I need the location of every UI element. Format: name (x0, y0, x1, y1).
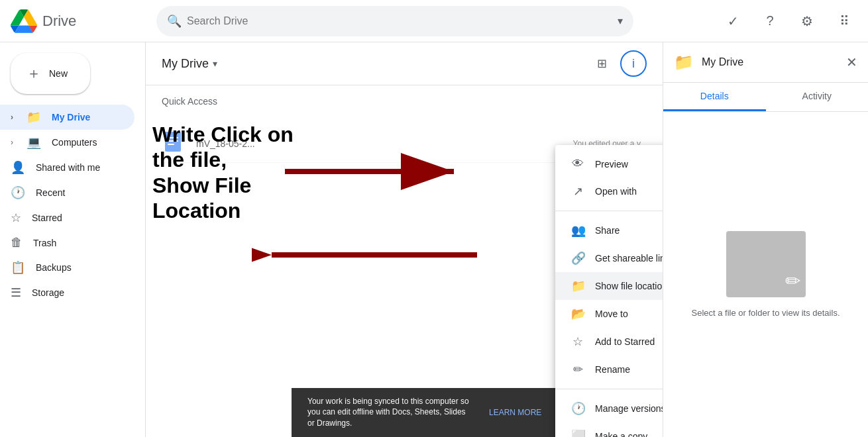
main-content: My Drive ▾ ⊞ i Quick Access Write Click … (146, 42, 663, 437)
computers-icon: 💻 (27, 135, 41, 150)
new-button-label: New (49, 68, 68, 79)
svg-rect-5 (168, 144, 174, 145)
my-drive-breadcrumb[interactable]: My Drive ▾ (162, 57, 217, 71)
quick-access-label: Quick Access (146, 85, 663, 112)
chevron-icon: › (11, 113, 13, 122)
recent-icon: 🕐 (11, 185, 25, 200)
search-icon: 🔍 (167, 14, 182, 28)
rename-icon: ✏ (571, 362, 584, 377)
main-header-right: ⊞ i (588, 50, 647, 77)
menu-item-get-shareable-link[interactable]: 🔗 Get shareable link (555, 244, 663, 272)
preview-icon: 👁 (571, 157, 584, 171)
panel-close-button[interactable]: ✕ (846, 54, 857, 70)
menu-label-manage-versions: Manage versions (595, 403, 663, 414)
topbar-right: ✓ ? ⚙ ⠿ (720, 8, 857, 34)
sidebar-item-backups[interactable]: 📋 Backups (0, 255, 135, 280)
my-drive-icon: 📁 (27, 110, 41, 124)
grid-view-button[interactable]: ⊞ (588, 50, 615, 77)
menu-item-manage-versions[interactable]: 🕐 Manage versions (555, 395, 663, 422)
sidebar-item-label: Storage (32, 287, 64, 298)
menu-item-show-file-location[interactable]: 📁 Show file location (555, 272, 663, 300)
sidebar-item-label: Starred (32, 213, 62, 223)
menu-item-make-copy[interactable]: ⬜ Make a copy (555, 422, 663, 437)
search-dropdown-icon[interactable]: ▾ (618, 15, 623, 27)
menu-separator-2 (555, 389, 663, 389)
file-name: mV_18-05-2... (196, 138, 573, 149)
sidebar-item-label: Trash (33, 238, 56, 248)
breadcrumb-chevron-icon: ▾ (213, 58, 217, 69)
menu-label-get-shareable-link: Get shareable link (595, 253, 663, 264)
sidebar-item-my-drive[interactable]: › 📁 My Drive (0, 105, 135, 130)
menu-label-add-to-starred: Add to Starred (595, 336, 655, 347)
right-panel: 📁 My Drive ✕ Details Activity ✏ Select a… (663, 42, 868, 437)
menu-label-rename: Rename (595, 364, 630, 375)
svg-rect-4 (168, 140, 178, 142)
menu-label-open-with: Open with (595, 186, 637, 197)
apps-button[interactable]: ⠿ (831, 8, 857, 34)
backups-icon: 📋 (11, 260, 25, 275)
sidebar-item-label: Backups (36, 262, 72, 273)
file-icon (162, 130, 188, 157)
shared-icon: 👤 (11, 160, 25, 175)
sidebar-item-computers[interactable]: › 💻 Computers (0, 130, 135, 155)
menu-item-add-to-starred[interactable]: ☆ Add to Starred (555, 328, 663, 356)
open-with-icon: ↗ (571, 184, 584, 199)
menu-label-show-file-location: Show file location (595, 281, 663, 291)
pencil-icon: ✏ (785, 270, 800, 292)
copy-icon: ⬜ (571, 429, 584, 437)
panel-folder-icon: 📁 (674, 53, 694, 72)
logo-area: Drive (11, 8, 156, 34)
sidebar-item-label: Computers (52, 137, 97, 148)
help-button[interactable]: ? (757, 8, 783, 34)
search-bar[interactable]: 🔍 ▾ (156, 6, 633, 36)
tab-activity[interactable]: Activity (766, 83, 869, 111)
panel-folder-preview: ✏ (726, 231, 806, 297)
learn-more-link[interactable]: LEARN MORE (489, 408, 541, 417)
topbar: Drive 🔍 ▾ ✓ ? ⚙ ⠿ (0, 0, 868, 42)
trash-icon: 🗑 (11, 236, 23, 250)
sidebar-item-starred[interactable]: ☆ Starred (0, 205, 135, 230)
sidebar-item-label: My Drive (52, 112, 90, 122)
sidebar-item-label: Recent (36, 187, 65, 198)
check-circle-button[interactable]: ✓ (720, 8, 746, 34)
chevron-icon: › (11, 138, 13, 147)
plus-icon: ＋ (27, 64, 41, 83)
context-menu: 👁 Preview ↗ Open with › 👥 Share 🔗 Get sh… (555, 145, 663, 437)
menu-separator (555, 211, 663, 211)
versions-icon: 🕐 (571, 401, 584, 416)
menu-label-move-to: Move to (595, 309, 628, 319)
menu-label-preview: Preview (595, 159, 628, 170)
menu-item-share[interactable]: 👥 Share (555, 217, 663, 244)
sidebar: ＋ New › 📁 My Drive › 💻 Computers 👤 Share… (0, 42, 146, 437)
menu-item-preview[interactable]: 👁 Preview (555, 150, 663, 177)
menu-label-make-copy: Make a copy (595, 431, 647, 437)
move-icon: 📂 (571, 307, 584, 321)
app-title: Drive (42, 13, 76, 30)
arrow-left-icon (252, 238, 477, 271)
info-button[interactable]: i (620, 50, 647, 77)
sidebar-item-trash[interactable]: 🗑 Trash (0, 230, 135, 255)
storage-icon: ☰ (11, 285, 21, 300)
starred-icon: ☆ (11, 211, 21, 225)
sidebar-item-recent[interactable]: 🕐 Recent (0, 180, 135, 205)
folder-icon: 📁 (571, 279, 584, 293)
star-icon: ☆ (571, 334, 584, 349)
panel-content: ✏ Select a file or folder to view its de… (663, 112, 868, 437)
panel-title: My Drive (702, 56, 846, 68)
menu-item-open-with[interactable]: ↗ Open with › (555, 177, 663, 205)
sidebar-item-shared-with-me[interactable]: 👤 Shared with me (0, 155, 135, 180)
search-input[interactable] (182, 15, 618, 27)
share-icon: 👥 (571, 223, 584, 238)
menu-item-rename[interactable]: ✏ Rename (555, 356, 663, 383)
svg-rect-3 (168, 137, 178, 138)
menu-item-move-to[interactable]: 📂 Move to (555, 300, 663, 328)
tab-details[interactable]: Details (663, 83, 766, 111)
link-icon: 🔗 (571, 251, 584, 266)
bottom-bar-text: Your work is being synced to this comput… (307, 396, 473, 429)
sidebar-item-label: Shared with me (36, 162, 100, 173)
my-drive-label: My Drive (162, 57, 209, 71)
menu-label-share: Share (595, 225, 620, 236)
settings-button[interactable]: ⚙ (794, 8, 820, 34)
new-button[interactable]: ＋ New (11, 53, 90, 94)
sidebar-item-storage[interactable]: ☰ Storage (0, 280, 135, 305)
